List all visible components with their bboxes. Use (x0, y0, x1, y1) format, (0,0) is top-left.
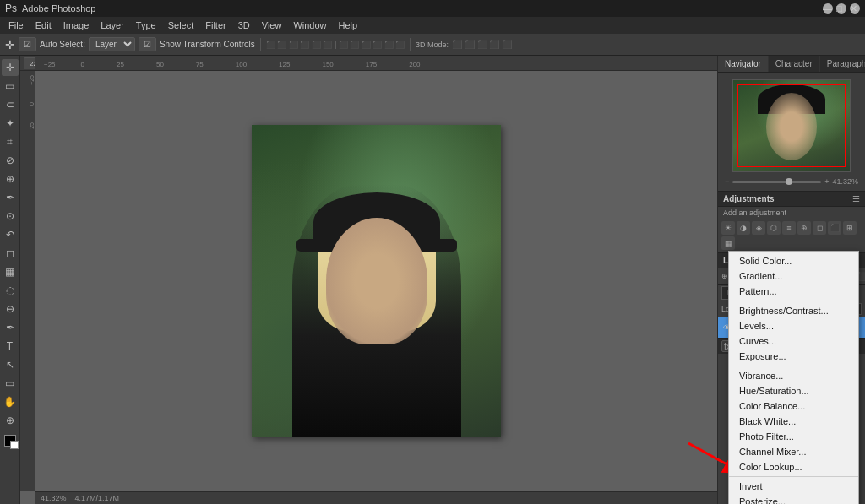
blur-tool[interactable]: ◌ (2, 282, 19, 299)
menu-window[interactable]: Window (288, 19, 331, 32)
canvas-image-area[interactable] (35, 71, 717, 491)
dd-posterize[interactable]: Posterize... (729, 494, 858, 504)
adj-icon-6[interactable]: ⊕ (797, 221, 811, 235)
tab-paragraph[interactable]: Paragraph (820, 56, 865, 72)
title-left: Ps Adobe Photoshop (5, 3, 95, 14)
healing-tool[interactable]: ⊕ (2, 171, 19, 187)
toolbar-sep2 (410, 38, 411, 51)
gradient-tool[interactable]: ▦ (2, 263, 19, 280)
tab-character[interactable]: Character (769, 56, 820, 72)
path-selection-tool[interactable]: ↖ (2, 356, 19, 373)
eraser-tool[interactable]: ◻ (2, 245, 19, 262)
nav-zoom-max[interactable]: + (824, 177, 829, 186)
auto-select-dropdown[interactable]: Layer Group (89, 37, 135, 51)
adj-icon-8[interactable]: ⬛ (828, 221, 841, 235)
text-tool[interactable]: T (2, 338, 19, 355)
dd-curves[interactable]: Curves... (729, 333, 858, 349)
menu-select[interactable]: Select (163, 19, 199, 32)
move-tool-icon[interactable]: ✛ (5, 38, 15, 51)
zoom-tool[interactable]: ⊕ (2, 412, 19, 429)
adj-icon-2[interactable]: ◑ (737, 221, 750, 235)
adj-icon-5[interactable]: ≡ (782, 221, 796, 235)
adj-icon-1[interactable]: ☀ (721, 221, 735, 235)
history-tool[interactable]: ↶ (2, 226, 19, 243)
window-title: Adobe Photoshop (22, 3, 95, 14)
3d-mode-icons: ⬛ ⬛ ⬛ ⬛ ⬛ (452, 40, 512, 49)
dd-color-balance[interactable]: Color Balance... (729, 398, 858, 414)
dd-vibrance[interactable]: Vibrance... (729, 368, 858, 383)
dd-levels[interactable]: Levels... (729, 318, 858, 333)
adj-icon-7[interactable]: ◻ (813, 221, 826, 235)
nav-preview-rect (737, 84, 846, 167)
dd-brightness-contrast[interactable]: Brightness/Contrast... (729, 303, 858, 318)
pen-tool[interactable]: ✒ (2, 319, 19, 336)
adj-icon-9[interactable]: ⊞ (843, 221, 857, 235)
nav-preview (732, 79, 851, 172)
dd-gradient[interactable]: Gradient... (729, 268, 858, 284)
shape-tool[interactable]: ▭ (2, 375, 19, 392)
maximize-btn[interactable]: □ (836, 3, 846, 14)
color-swatches[interactable] (2, 432, 19, 449)
show-transform-cb[interactable]: ☑ (139, 37, 156, 51)
nav-zoom-slider[interactable] (732, 181, 821, 183)
adj-menu-icon[interactable]: ☰ (852, 194, 860, 203)
align-icons: ⬛ ⬛ ⬛ ⬛ ⬛ ⬛ | ⬛ ⬛ ⬛ ⬛ ⬛ ⬛ (266, 41, 405, 49)
foreground-color[interactable] (4, 435, 16, 447)
photo-face (326, 218, 427, 344)
auto-select-label: Auto Select: (40, 40, 85, 49)
select-tool[interactable]: ▭ (2, 78, 19, 95)
title-bar: Ps Adobe Photoshop — □ ✕ (0, 0, 865, 17)
dd-color-lookup[interactable]: Color Lookup... (729, 459, 858, 474)
close-btn[interactable]: ✕ (850, 3, 860, 14)
adj-icon-10[interactable]: ▦ (721, 236, 735, 250)
nav-zoom-value: 41.32% (832, 177, 858, 186)
dd-hue-saturation[interactable]: Hue/Saturation... (729, 383, 858, 398)
menu-help[interactable]: Help (334, 19, 363, 32)
nav-zoom-thumb (786, 178, 792, 185)
dd-black-white[interactable]: Black White... (729, 414, 858, 429)
clone-tool[interactable]: ⊙ (2, 208, 19, 225)
eyedropper-tool[interactable]: ⊘ (2, 152, 19, 169)
background-color[interactable] (10, 441, 19, 449)
crop-tool[interactable]: ⌗ (2, 133, 19, 150)
dd-sep1 (729, 301, 858, 301)
dd-sep3 (729, 476, 858, 477)
status-bar: 41.32% 4.17M/1.17M (35, 491, 717, 504)
window-controls[interactable]: — □ ✕ (823, 3, 860, 14)
nav-tabs: Navigator Character Paragraph (718, 56, 865, 73)
magic-wand-tool[interactable]: ✦ (2, 115, 19, 132)
auto-select-checkbox[interactable]: ☑ (19, 37, 36, 51)
dd-solid-color[interactable]: Solid Color... (729, 253, 858, 268)
minimize-btn[interactable]: — (823, 3, 833, 14)
adj-title: Adjustments (723, 194, 775, 203)
dd-exposure[interactable]: Exposure... (729, 349, 858, 364)
move-tool[interactable]: ✛ (2, 59, 19, 76)
nav-zoom-min[interactable]: − (725, 177, 729, 186)
menu-3d[interactable]: 3D (233, 19, 255, 32)
adj-icon-3[interactable]: ◈ (752, 221, 765, 235)
menu-type[interactable]: Type (131, 19, 161, 32)
dd-invert[interactable]: Invert (729, 479, 858, 494)
adj-icon-4[interactable]: ⬡ (767, 221, 781, 235)
menu-edit[interactable]: Edit (30, 19, 57, 32)
menu-filter[interactable]: Filter (200, 19, 231, 32)
tab-navigator[interactable]: Navigator (718, 56, 769, 72)
dd-channel-mixer[interactable]: Channel Mixer... (729, 444, 858, 459)
hand-tool[interactable]: ✋ (2, 393, 19, 410)
menu-file[interactable]: File (3, 19, 29, 32)
menu-layer[interactable]: Layer (95, 19, 129, 32)
dropdown-menu[interactable]: Solid Color... Gradient... Pattern... Br… (728, 251, 859, 504)
dd-photo-filter[interactable]: Photo Filter... (729, 429, 858, 444)
adj-add-row: Add an adjustment (718, 207, 865, 219)
menu-view[interactable]: View (257, 19, 287, 32)
lasso-tool[interactable]: ⊂ (2, 96, 19, 113)
dd-pattern[interactable]: Pattern... (729, 284, 858, 299)
menu-image[interactable]: Image (58, 19, 95, 32)
dodge-tool[interactable]: ⊖ (2, 301, 19, 317)
adj-header: Adjustments ☰ (718, 192, 865, 207)
canvas-area: 229142649_10132440294187Z7_8781154937461… (20, 56, 717, 504)
brush-tool[interactable]: ✒ (2, 189, 19, 206)
nav-preview-image (733, 80, 850, 171)
dd-sep2 (729, 366, 858, 366)
toolbar-sep1 (260, 38, 261, 51)
